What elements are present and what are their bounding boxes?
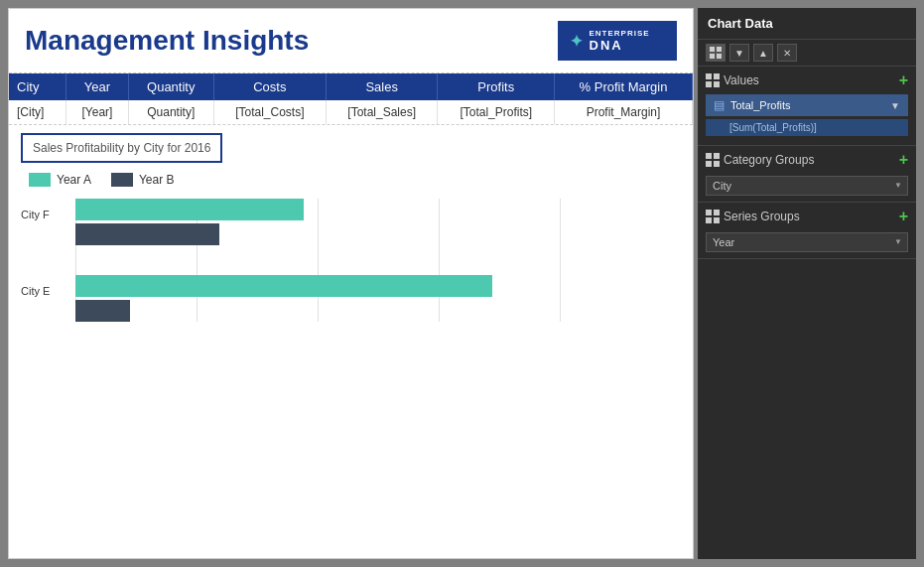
bar-row-f-a	[75, 199, 681, 220]
panel-header: Chart Data	[698, 8, 916, 40]
logo-icon: ✦	[570, 32, 584, 51]
toolbar-down-btn[interactable]: ▼	[729, 44, 749, 62]
series-add-btn[interactable]: +	[899, 209, 908, 224]
svg-rect-6	[706, 81, 712, 87]
svg-rect-11	[714, 161, 720, 167]
bar-f-b	[75, 223, 219, 245]
series-grid-icon	[706, 210, 720, 223]
bar-row-e-a	[75, 275, 681, 297]
city-label-e: City E	[21, 285, 50, 297]
svg-rect-0	[710, 47, 715, 52]
col-city: City	[9, 73, 66, 100]
bar-row-e-b	[75, 300, 681, 322]
bar-row-f-b	[75, 223, 681, 245]
field-total-profits[interactable]: ▤ Total_Profits ▼	[706, 94, 908, 116]
right-panel: Chart Data ▼ ▲ ✕ Values	[698, 8, 916, 559]
values-add-btn[interactable]: +	[899, 72, 908, 88]
category-select[interactable]: City	[706, 176, 908, 196]
cell-sales: [Total_Sales]	[326, 100, 437, 124]
legend-item-b: Year B	[111, 173, 175, 187]
legend-color-b	[111, 173, 133, 187]
category-grid-icon	[706, 153, 720, 167]
svg-rect-3	[717, 54, 722, 59]
col-sales: Sales	[326, 73, 437, 100]
col-year: Year	[66, 73, 129, 100]
field-sub-profits[interactable]: [Sum(Total_Profits)]	[706, 119, 908, 136]
table-header-row: City Year Quantity Costs Sales Profits %…	[9, 73, 693, 100]
svg-rect-9	[714, 153, 720, 159]
category-section-header: Category Groups +	[706, 152, 908, 168]
chart-section: Sales Profitability by City for 2016 Yea…	[9, 125, 693, 558]
main-content: Management Insights ✦ ENTERPRISE DNA Cit…	[8, 8, 694, 559]
field-dropdown-icon: ▼	[890, 100, 900, 111]
chart-legend: Year A Year B	[29, 173, 681, 187]
cell-city: [City]	[9, 100, 66, 124]
col-profits: Profits	[438, 73, 555, 100]
chart-title: Sales Profitability by City for 2016	[21, 133, 222, 163]
bar-group-city-f: City F	[75, 199, 681, 245]
svg-rect-10	[706, 161, 712, 167]
toolbar-grid-btn[interactable]	[706, 44, 726, 62]
logo-enterprise: ENTERPRISE	[590, 29, 650, 38]
field-name-profits: Total_Profits	[730, 99, 884, 111]
category-section-title: Category Groups	[706, 153, 814, 167]
series-select-wrapper: Year	[706, 230, 908, 252]
logo-box: ✦ ENTERPRISE DNA	[558, 21, 677, 61]
category-add-btn[interactable]: +	[899, 152, 908, 168]
series-label: Series Groups	[724, 210, 800, 223]
data-table: City Year Quantity Costs Sales Profits %…	[9, 73, 693, 124]
header-section: Management Insights ✦ ENTERPRISE DNA	[9, 9, 693, 73]
category-section: Category Groups + City	[698, 146, 916, 203]
values-label: Values	[724, 73, 759, 87]
panel-toolbar: ▼ ▲ ✕	[698, 40, 916, 67]
svg-rect-8	[706, 153, 712, 159]
category-label: Category Groups	[724, 153, 814, 167]
cell-profits: [Total_Profits]	[438, 100, 555, 124]
cell-quantity: Quantity]	[128, 100, 213, 124]
table-row: [City] [Year] Quantity] [Total_Costs] [T…	[9, 100, 693, 124]
logo-dna: DNA	[590, 38, 650, 53]
svg-rect-14	[706, 217, 712, 223]
series-section-title: Series Groups	[706, 210, 800, 223]
svg-rect-13	[714, 210, 720, 215]
svg-rect-5	[714, 73, 720, 79]
svg-rect-1	[717, 47, 722, 52]
svg-rect-4	[706, 73, 712, 79]
table-section: City Year Quantity Costs Sales Profits %…	[9, 73, 693, 125]
cell-year: [Year]	[66, 100, 129, 124]
city-label-f: City F	[21, 209, 50, 220]
bar-f-a	[75, 199, 304, 220]
values-section-title: Values	[706, 73, 759, 87]
series-select[interactable]: Year	[706, 232, 908, 252]
col-costs: Costs	[213, 73, 326, 100]
col-quantity: Quantity	[128, 73, 213, 100]
chart-bars-container: City F City E	[21, 199, 681, 322]
cell-costs: [Total_Costs]	[213, 100, 326, 124]
svg-rect-7	[714, 81, 720, 87]
legend-label-b: Year B	[139, 173, 175, 187]
legend-color-a	[29, 173, 51, 187]
bar-group-city-e: City E	[75, 275, 681, 322]
category-select-wrapper: City	[706, 174, 908, 196]
col-profit-margin: % Profit Margin	[555, 73, 693, 100]
field-table-icon: ▤	[714, 98, 725, 112]
values-section: Values + ▤ Total_Profits ▼ [Sum(Total_Pr…	[698, 67, 916, 146]
bar-e-a	[75, 275, 492, 297]
page-title: Management Insights	[25, 25, 309, 57]
values-grid-icon	[706, 73, 720, 87]
values-section-header: Values +	[706, 72, 908, 88]
grid-icon	[710, 47, 722, 59]
series-section-header: Series Groups +	[706, 209, 908, 224]
toolbar-close-btn[interactable]: ✕	[777, 44, 797, 62]
cell-margin: Profit_Margin]	[555, 100, 693, 124]
legend-item-a: Year A	[29, 173, 91, 187]
legend-label-a: Year A	[57, 173, 91, 187]
toolbar-up-btn[interactable]: ▲	[753, 44, 773, 62]
svg-rect-2	[710, 54, 715, 59]
bar-e-b	[75, 300, 130, 322]
logo-text: ENTERPRISE DNA	[590, 29, 650, 53]
svg-rect-12	[706, 210, 712, 215]
series-section: Series Groups + Year	[698, 203, 916, 259]
svg-rect-15	[714, 217, 720, 223]
